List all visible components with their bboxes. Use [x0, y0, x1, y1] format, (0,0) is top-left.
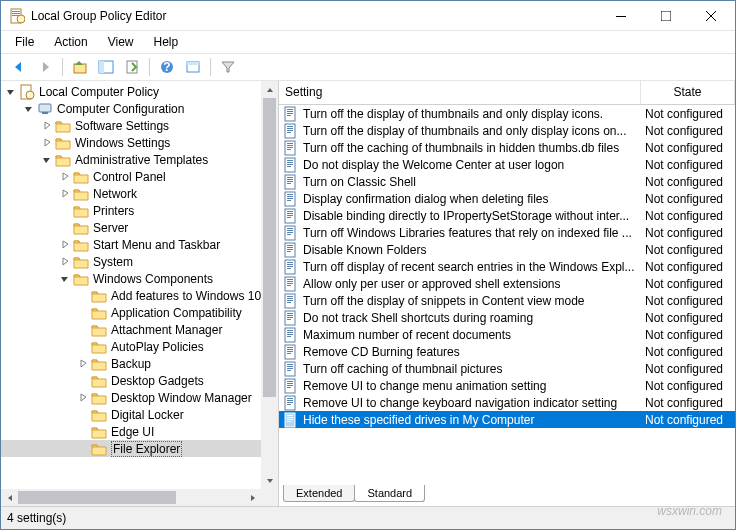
up-button[interactable]: [68, 56, 92, 78]
forward-button[interactable]: [33, 56, 57, 78]
setting-icon: [283, 327, 299, 343]
scroll-thumb[interactable]: [18, 491, 176, 504]
tree-node-eu[interactable]: Edge UI: [1, 423, 278, 440]
back-button[interactable]: [7, 56, 31, 78]
setting-row[interactable]: Do not display the Welcome Center at use…: [279, 156, 735, 173]
setting-row[interactable]: Disable Known FoldersNot configured: [279, 241, 735, 258]
setting-row[interactable]: Turn on Classic ShellNot configured: [279, 173, 735, 190]
setting-name: Turn off the display of snippets in Cont…: [303, 294, 641, 308]
expand-toggle[interactable]: [77, 392, 89, 404]
svg-rect-1: [12, 11, 20, 12]
tree-node-dw[interactable]: Desktop Window Manager: [1, 389, 278, 406]
expand-toggle[interactable]: [41, 137, 53, 149]
tree-node-dl[interactable]: Digital Locker: [1, 406, 278, 423]
tree-node-nw[interactable]: Network: [1, 185, 278, 202]
settings-list[interactable]: Turn off the display of thumbnails and o…: [279, 105, 735, 484]
close-button[interactable]: [688, 1, 733, 30]
tree-node-wc[interactable]: Windows Components: [1, 270, 278, 287]
tree-node-dg[interactable]: Desktop Gadgets: [1, 372, 278, 389]
setting-row[interactable]: Turn off Windows Libraries features that…: [279, 224, 735, 241]
setting-row[interactable]: Hide these specified drives in My Comput…: [279, 411, 735, 428]
setting-row[interactable]: Disable binding directly to IPropertySet…: [279, 207, 735, 224]
maximize-button[interactable]: [643, 1, 688, 30]
scroll-right-button[interactable]: [244, 489, 261, 506]
setting-state: Not configured: [641, 379, 735, 393]
scroll-thumb[interactable]: [263, 98, 276, 397]
scroll-left-button[interactable]: [1, 489, 18, 506]
tree-node-ws[interactable]: Windows Settings: [1, 134, 278, 151]
menu-file[interactable]: File: [5, 33, 44, 51]
setting-row[interactable]: Turn off the display of thumbnails and o…: [279, 122, 735, 139]
expand-toggle[interactable]: [59, 171, 71, 183]
tree-node-sm[interactable]: Start Menu and Taskbar: [1, 236, 278, 253]
menu-action[interactable]: Action: [44, 33, 97, 51]
expand-toggle[interactable]: [59, 239, 71, 251]
expand-toggle[interactable]: [77, 358, 89, 370]
tree-label: Server: [93, 221, 128, 235]
expand-toggle[interactable]: [41, 154, 53, 166]
setting-row[interactable]: Turn off display of recent search entrie…: [279, 258, 735, 275]
tab-standard[interactable]: Standard: [354, 485, 425, 502]
setting-icon: [283, 157, 299, 173]
policy-tree[interactable]: Local Computer PolicyComputer Configurat…: [1, 81, 278, 459]
tree-scrollbar-horizontal[interactable]: [1, 489, 261, 506]
menu-view[interactable]: View: [98, 33, 144, 51]
tree-node-sv[interactable]: Server: [1, 219, 278, 236]
tree-node-af[interactable]: Add features to Windows 10: [1, 287, 278, 304]
export-button[interactable]: [120, 56, 144, 78]
expand-toggle[interactable]: [59, 256, 71, 268]
setting-row[interactable]: Turn off the display of snippets in Cont…: [279, 292, 735, 309]
tree-node-sy[interactable]: System: [1, 253, 278, 270]
show-hide-tree-button[interactable]: [94, 56, 118, 78]
svg-rect-50: [287, 200, 291, 201]
svg-rect-2: [12, 13, 20, 14]
help-button[interactable]: ?: [155, 56, 179, 78]
minimize-button[interactable]: [598, 1, 643, 30]
svg-rect-48: [287, 196, 293, 197]
tree-scrollbar-vertical[interactable]: [261, 81, 278, 489]
column-state[interactable]: State: [641, 81, 735, 104]
setting-name: Turn off Windows Libraries features that…: [303, 226, 641, 240]
setting-icon: [283, 276, 299, 292]
tree-node-cc[interactable]: Computer Configuration: [1, 100, 278, 117]
tree-node-cp[interactable]: Control Panel: [1, 168, 278, 185]
setting-row[interactable]: Allow only per user or approved shell ex…: [279, 275, 735, 292]
expand-toggle[interactable]: [5, 86, 17, 98]
scroll-up-button[interactable]: [261, 81, 278, 98]
menu-help[interactable]: Help: [144, 33, 189, 51]
expand-toggle[interactable]: [23, 103, 35, 115]
tree-node-fe[interactable]: File Explorer: [1, 440, 278, 457]
svg-rect-58: [287, 230, 293, 231]
expand-toggle[interactable]: [41, 120, 53, 132]
setting-row[interactable]: Turn off the caching of thumbnails in hi…: [279, 139, 735, 156]
tree-node-am[interactable]: Attachment Manager: [1, 321, 278, 338]
setting-row[interactable]: Do not track Shell shortcuts during roam…: [279, 309, 735, 326]
setting-row[interactable]: Turn off caching of thumbnail picturesNo…: [279, 360, 735, 377]
filter-button[interactable]: [216, 56, 240, 78]
tree-node-ss[interactable]: Software Settings: [1, 117, 278, 134]
tree-node-ac[interactable]: Application Compatibility: [1, 304, 278, 321]
column-setting[interactable]: Setting: [279, 81, 641, 104]
svg-rect-54: [287, 215, 293, 216]
tree-label: Digital Locker: [111, 408, 184, 422]
tree-node-ap[interactable]: AutoPlay Policies: [1, 338, 278, 355]
svg-rect-27: [287, 126, 293, 127]
tree-node-root[interactable]: Local Computer Policy: [1, 83, 278, 100]
tree-node-pr[interactable]: Printers: [1, 202, 278, 219]
setting-row[interactable]: Remove UI to change keyboard navigation …: [279, 394, 735, 411]
tree-node-at[interactable]: Administrative Templates: [1, 151, 278, 168]
options-button[interactable]: [181, 56, 205, 78]
setting-row[interactable]: Maximum number of recent documentsNot co…: [279, 326, 735, 343]
expand-toggle[interactable]: [59, 273, 71, 285]
tree-node-bk[interactable]: Backup: [1, 355, 278, 372]
expand-toggle[interactable]: [59, 188, 71, 200]
svg-rect-68: [287, 264, 293, 265]
setting-icon: [283, 344, 299, 360]
setting-row[interactable]: Remove UI to change menu animation setti…: [279, 377, 735, 394]
scroll-down-button[interactable]: [261, 472, 278, 489]
setting-row[interactable]: Display confirmation dialog when deletin…: [279, 190, 735, 207]
setting-row[interactable]: Turn off the display of thumbnails and o…: [279, 105, 735, 122]
tree-label: Desktop Gadgets: [111, 374, 204, 388]
setting-row[interactable]: Remove CD Burning featuresNot configured: [279, 343, 735, 360]
tab-extended[interactable]: Extended: [283, 485, 355, 502]
